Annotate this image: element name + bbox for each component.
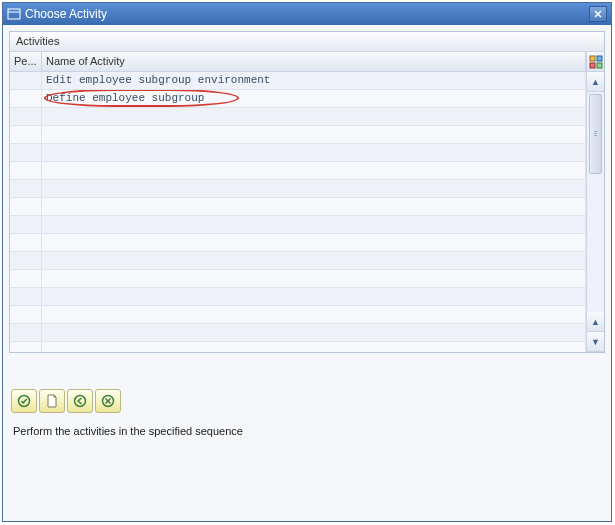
toolbar — [9, 389, 605, 423]
table-row[interactable] — [10, 270, 586, 288]
panel-header: Activities — [10, 32, 604, 52]
content-area: Activities Pe... Name of Activity Edit e… — [3, 25, 611, 521]
scroll-down-icon[interactable]: ▼ — [587, 332, 604, 352]
table-row[interactable] — [10, 126, 586, 144]
scroll-up2-icon[interactable]: ▲ — [587, 312, 604, 332]
svg-rect-4 — [590, 56, 595, 61]
table-row[interactable] — [10, 306, 586, 324]
column-pe[interactable]: Pe... — [10, 52, 42, 71]
column-name[interactable]: Name of Activity — [42, 52, 586, 71]
table-row[interactable] — [10, 180, 586, 198]
table-row[interactable] — [10, 108, 586, 126]
svg-point-9 — [75, 396, 86, 407]
dialog-title: Choose Activity — [25, 7, 589, 21]
scroll-up-icon[interactable]: ▲ — [587, 72, 604, 92]
table-row[interactable] — [10, 234, 586, 252]
table-row[interactable] — [10, 198, 586, 216]
scrollbar-track[interactable] — [587, 92, 604, 312]
scrollbar-handle[interactable] — [589, 94, 602, 174]
cell-name: Edit employee subgroup environment — [42, 72, 586, 89]
cell-name: Define employee subgroup — [42, 90, 586, 107]
cell-pe — [10, 72, 42, 89]
table-side-controls: ▲ ▲ ▼ — [586, 52, 604, 352]
table-row[interactable] — [10, 324, 586, 342]
svg-rect-5 — [597, 56, 602, 61]
instruction-text: Perform the activities in the specified … — [9, 423, 605, 457]
titlebar: Choose Activity — [3, 3, 611, 25]
highlight-annotation — [44, 90, 239, 107]
choose-activity-dialog: Choose Activity Activities Pe... Name of… — [2, 2, 612, 522]
activities-table: Pe... Name of Activity Edit employee sub… — [10, 52, 604, 352]
cell-pe — [10, 90, 42, 107]
table-header: Pe... Name of Activity — [10, 52, 586, 72]
table-row[interactable] — [10, 288, 586, 306]
table-row[interactable]: Edit employee subgroup environment — [10, 72, 586, 90]
document-button[interactable] — [39, 389, 65, 413]
table-row[interactable] — [10, 216, 586, 234]
svg-rect-0 — [8, 9, 20, 19]
svg-rect-7 — [597, 63, 602, 68]
table-row[interactable]: Define employee subgroup — [10, 90, 586, 108]
svg-rect-6 — [590, 63, 595, 68]
activities-panel: Activities Pe... Name of Activity Edit e… — [9, 31, 605, 353]
table-row[interactable] — [10, 162, 586, 180]
back-button[interactable] — [67, 389, 93, 413]
table-row[interactable] — [10, 342, 586, 352]
table-config-icon[interactable] — [587, 52, 604, 72]
cancel-button[interactable] — [95, 389, 121, 413]
dialog-icon — [7, 7, 21, 21]
close-icon[interactable] — [589, 6, 607, 22]
choose-button[interactable] — [11, 389, 37, 413]
table-row[interactable] — [10, 144, 586, 162]
table-row[interactable] — [10, 252, 586, 270]
